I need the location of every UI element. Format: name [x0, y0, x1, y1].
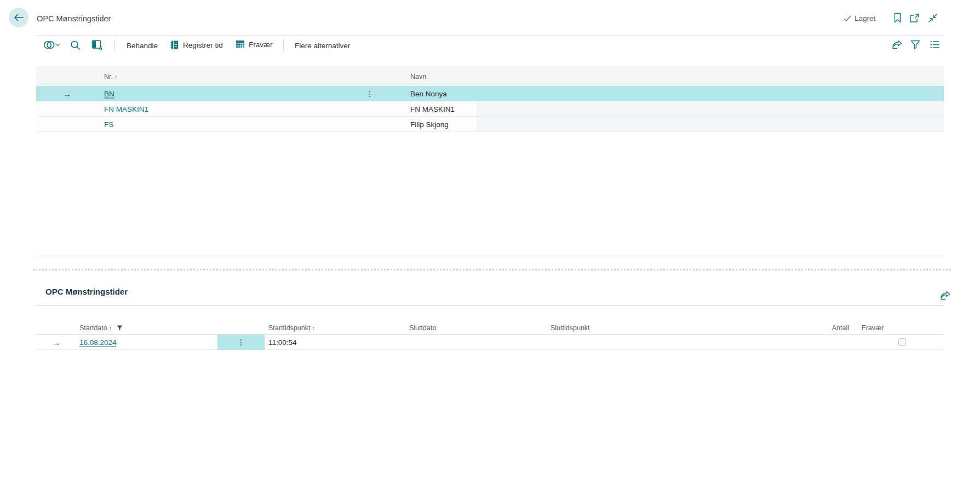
back-button[interactable]	[9, 8, 28, 27]
related-pages-menu[interactable]	[43, 39, 60, 50]
current-row-marker-icon: →	[63, 89, 71, 99]
cell-nr-link[interactable]: FS	[104, 120, 113, 128]
registrer-tid-label: Registrer tid	[183, 41, 223, 49]
focused-cell[interactable]: ⋮	[217, 335, 265, 350]
check-icon	[844, 15, 851, 22]
list-header-row: Nr.↑ Navn	[36, 66, 944, 86]
business-central-page: OPC Mønstringstider Lagret	[0, 0, 980, 495]
back-arrow-icon	[14, 14, 24, 21]
cell-startdato-link[interactable]: 16.08.2024	[79, 338, 117, 346]
column-header-fravaer[interactable]: Fravær	[862, 323, 884, 332]
share-actions-icon[interactable]	[892, 40, 902, 49]
notebook-icon	[170, 40, 179, 50]
column-header-sluttidspunkt[interactable]: Sluttidspunkt	[551, 323, 590, 332]
flere-alternativer-button[interactable]: Flere alternativer	[295, 42, 350, 50]
filter-icon[interactable]	[910, 40, 920, 49]
fravaer-button[interactable]: Fravær	[236, 40, 273, 49]
cell-navn: Filip Skjong	[410, 120, 449, 128]
saved-indicator: Lagret	[844, 14, 875, 22]
list-bottom-border	[36, 256, 944, 256]
appbar-divider	[36, 35, 944, 36]
cell-starttidspunkt[interactable]: 11:00:54	[268, 338, 297, 346]
sort-ascending-icon: ↑	[109, 325, 112, 331]
toolbar-divider	[283, 38, 284, 52]
column-header-starttidspunkt[interactable]: Starttidspunkt↑	[268, 323, 315, 332]
column-header-startdato[interactable]: Startdato↑	[79, 323, 123, 332]
table-row[interactable]: → BN ⋮ Ben Nonya	[36, 86, 944, 101]
row-more-options-icon[interactable]: ⋮	[237, 339, 245, 345]
table-row[interactable]: FN MASKIN1 FN MASKIN1	[36, 101, 944, 117]
section-separator	[33, 269, 951, 270]
grid-calendar-icon	[236, 40, 245, 49]
saved-label: Lagret	[855, 14, 875, 22]
collapse-page-icon[interactable]	[928, 13, 938, 23]
page-title: OPC Mønstringstider	[37, 14, 111, 23]
sort-ascending-icon: ↑	[312, 325, 315, 331]
column-header-navn[interactable]: Navn	[410, 71, 426, 81]
row-more-options-icon[interactable]: ⋮	[366, 91, 374, 96]
table-row[interactable]: → 16.08.2024 11:00:54	[36, 335, 944, 350]
registrer-tid-button[interactable]: Registrer tid	[170, 40, 223, 50]
fravaer-checkbox[interactable]	[898, 338, 906, 346]
sort-ascending-icon: ↑	[114, 73, 118, 80]
bookmark-icon[interactable]	[894, 13, 901, 23]
table-row[interactable]: FS Filip Skjong	[36, 117, 944, 132]
behandle-button[interactable]: Behandle	[127, 42, 158, 50]
search-icon[interactable]	[70, 40, 81, 50]
column-header-antall[interactable]: Antall	[800, 323, 849, 332]
analyse-mode-icon[interactable]	[91, 39, 104, 51]
toolbar-divider	[114, 38, 115, 52]
cell-navn: FN MASKIN1	[410, 105, 455, 113]
part-share-icon[interactable]	[940, 291, 950, 300]
column-header-sluttdato[interactable]: Sluttdato	[409, 323, 436, 332]
cell-navn: Ben Nonya	[410, 90, 447, 98]
part-title: OPC Mønstringstider	[45, 287, 128, 296]
cell-nr-link[interactable]: FN MASKIN1	[104, 105, 148, 113]
column-filter-icon	[117, 325, 123, 331]
part-header-divider	[36, 305, 944, 306]
column-header-nr[interactable]: Nr.↑	[104, 71, 117, 81]
list-view-options-icon[interactable]	[930, 41, 939, 49]
cell-nr-link[interactable]: BN	[104, 90, 114, 98]
open-in-new-window-icon[interactable]	[909, 13, 920, 23]
fravaer-label: Fravær	[249, 41, 273, 49]
current-row-marker-icon: →	[52, 337, 60, 347]
